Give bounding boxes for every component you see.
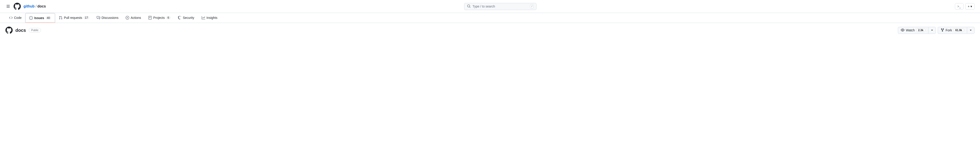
security-icon (178, 16, 181, 19)
repo-info: docs Public (5, 27, 41, 34)
top-header: github / docs Type / to search / >_ + ▾ (0, 0, 980, 13)
tab-projects[interactable]: Projects 6 (145, 13, 174, 23)
tab-pull-requests-label: Pull requests (64, 16, 82, 19)
chevron-down-icon (930, 28, 934, 32)
fork-button-group: Fork 61.9k (938, 27, 975, 34)
breadcrumb-owner[interactable]: github (24, 4, 35, 8)
breadcrumb-separator: / (35, 4, 37, 8)
projects-badge: 6 (166, 16, 170, 19)
tab-issues-label: Issues (34, 16, 44, 20)
tab-discussions[interactable]: Discussions (93, 13, 122, 23)
tab-insights[interactable]: Insights (198, 13, 221, 23)
terminal-icon: >_ (958, 5, 961, 8)
terminal-button[interactable]: >_ (955, 3, 964, 10)
discussions-icon (97, 16, 100, 19)
dropdown-arrow-icon: ▾ (970, 5, 972, 8)
issue-icon (29, 16, 33, 20)
tab-discussions-label: Discussions (102, 16, 119, 19)
tab-code-label: Code (14, 16, 22, 19)
header-left: github / docs (5, 3, 46, 10)
repo-section: docs Public Watch 2.3k (0, 23, 980, 37)
chevron-down-fork-icon (969, 28, 972, 32)
github-logo (14, 3, 21, 10)
breadcrumb-repo[interactable]: docs (37, 4, 46, 8)
plus-icon: + (968, 5, 970, 8)
visibility-badge: Public (29, 28, 41, 32)
fork-count: 61.9k (953, 28, 964, 32)
tab-projects-label: Projects (153, 16, 165, 19)
tab-issues[interactable]: Issues 40 (25, 13, 55, 23)
header-right: >_ + ▾ (955, 3, 975, 10)
search-shortcut-badge: / (530, 4, 533, 8)
tab-actions-label: Actions (130, 16, 141, 19)
tab-insights-label: Insights (207, 16, 218, 19)
projects-icon (148, 16, 152, 19)
pull-request-icon (59, 16, 62, 19)
search-placeholder-text: Type / to search (473, 5, 528, 8)
repo-actions: Watch 2.3k Fork 61.9k (898, 27, 975, 34)
insights-icon (202, 16, 205, 19)
header-center: Type / to search / (49, 3, 951, 10)
fork-icon (941, 28, 944, 32)
repo-name: docs (15, 28, 26, 33)
issues-badge: 40 (46, 16, 51, 19)
new-menu-button[interactable]: + ▾ (965, 3, 975, 10)
tab-actions[interactable]: Actions (122, 13, 145, 23)
fork-dropdown-button[interactable] (967, 27, 975, 34)
hamburger-menu-button[interactable] (5, 4, 11, 9)
tab-code[interactable]: Code (5, 13, 25, 23)
tab-security[interactable]: Security (174, 13, 198, 23)
breadcrumb: github / docs (24, 4, 46, 8)
watch-label: Watch (906, 28, 915, 32)
watch-icon (901, 28, 904, 32)
tab-pull-requests[interactable]: Pull requests 17 (55, 13, 93, 23)
actions-icon (126, 16, 129, 19)
repo-owner-logo (5, 27, 13, 34)
tab-security-label: Security (183, 16, 194, 19)
watch-button-group: Watch 2.3k (898, 27, 936, 34)
code-icon (9, 16, 13, 19)
search-icon (467, 4, 471, 9)
fork-label: Fork (946, 28, 952, 32)
pull-requests-badge: 17 (83, 16, 89, 19)
watch-button[interactable]: Watch 2.3k (898, 27, 928, 34)
nav-tabs: Code Issues 40 Pull requests 17 Discussi… (0, 13, 980, 23)
watch-count: 2.3k (916, 28, 926, 32)
watch-dropdown-button[interactable] (928, 27, 936, 34)
search-bar[interactable]: Type / to search / (464, 3, 536, 10)
fork-button[interactable]: Fork 61.9k (938, 27, 967, 34)
